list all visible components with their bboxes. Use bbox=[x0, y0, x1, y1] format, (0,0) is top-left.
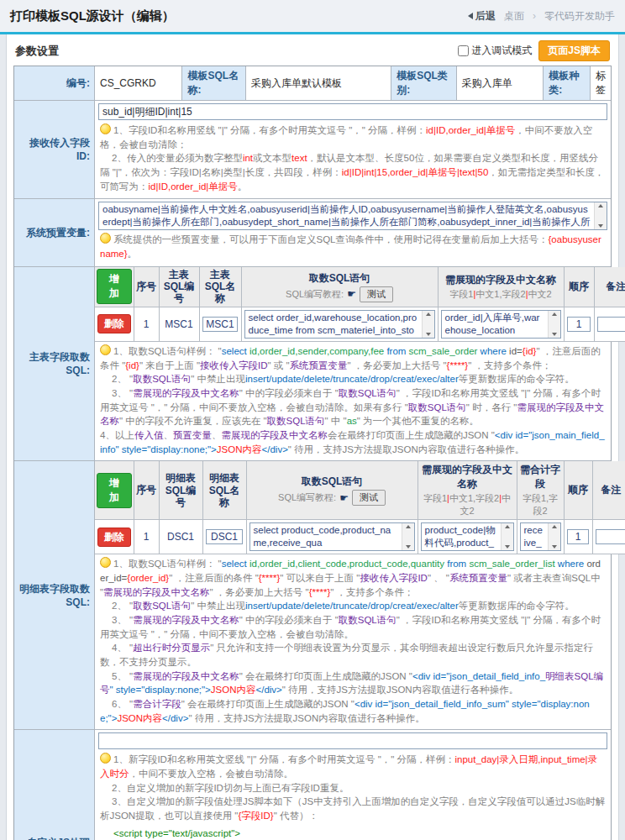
detail-note-input[interactable] bbox=[596, 529, 625, 544]
preset-vars-label: 系统预置变量: bbox=[14, 199, 95, 265]
back-link[interactable]: 后退 bbox=[468, 9, 496, 24]
detail-sql-name-input[interactable] bbox=[206, 529, 242, 544]
scroll-up-icon[interactable] bbox=[552, 312, 557, 316]
template-no-label: 编号: bbox=[14, 66, 95, 100]
detail-col-seq: 序号 bbox=[134, 461, 159, 520]
test-detail-sql-button[interactable]: 测试 bbox=[352, 490, 386, 506]
template-kind-value: 标签 bbox=[590, 66, 611, 100]
detail-row-seq: 1 bbox=[134, 520, 159, 554]
detail-sum-textarea[interactable]: receive_quant bbox=[520, 522, 561, 551]
params-form: 编号: CS_CGRKD 模板SQL名称: 采购入库单默认模板 模板SQL类别:… bbox=[13, 66, 612, 840]
template-sql-name-label: 模板SQL名称: bbox=[181, 66, 245, 100]
textarea-scrollbar[interactable] bbox=[548, 311, 560, 338]
textarea-scrollbar[interactable] bbox=[548, 523, 560, 550]
scroll-down-icon[interactable] bbox=[505, 545, 510, 549]
scroll-up-icon[interactable] bbox=[598, 204, 603, 207]
delete-main-row-button[interactable]: 删除 bbox=[97, 314, 131, 333]
preset-help: 系统提供的一些预置变量，可以用于下面自定义SQL查询条件中，使用时记得在变量前后… bbox=[98, 231, 607, 263]
receive-fields-value: sub_id|明细ID|int|15 bbox=[102, 105, 192, 119]
main-col-name: 主表 SQL名称 bbox=[199, 267, 241, 307]
breadcrumb: 后退 桌面 › 零代码开发助手 bbox=[468, 9, 615, 24]
main-row-code: MSC1 bbox=[159, 307, 199, 341]
main-row-seq: 1 bbox=[134, 307, 159, 341]
custom-js-row: 自定义JS处理以上信息为新字段: 1、新字段ID和名称用英文竖线 "|" 分隔，… bbox=[14, 729, 611, 840]
detail-col-code: 明细表 SQL编号 bbox=[159, 461, 202, 520]
breadcrumb-app[interactable]: 零代码开发助手 bbox=[544, 9, 615, 24]
scroll-up-icon[interactable] bbox=[505, 525, 510, 528]
main-panel: 参数设置 进入调试模式 页面JS脚本 编号: CS_CGRKD 模板SQL名称:… bbox=[6, 34, 619, 840]
textarea-scrollbar[interactable] bbox=[594, 202, 607, 229]
main-sql-help: 1、取数SQL语句样例： "select id,order_id,sender,… bbox=[95, 342, 611, 460]
template-kind-label: 模板种类: bbox=[543, 66, 590, 100]
receive-help: 1、字段ID和名称用竖线 "|" 分隔，有多个时用英文逗号 "，" 分隔，样例：… bbox=[98, 122, 607, 196]
custom-fields-input[interactable] bbox=[98, 732, 607, 749]
test-main-sql-button[interactable]: 测试 bbox=[360, 286, 393, 302]
tip-bulb-icon bbox=[100, 557, 111, 568]
detail-col-note: 备注 bbox=[592, 461, 625, 520]
main-col-sql: 取数SQL语句 SQL编写教程: ☛ 测试 bbox=[241, 267, 438, 307]
scroll-up-icon[interactable] bbox=[406, 525, 411, 528]
scroll-up-icon[interactable] bbox=[552, 525, 557, 528]
detail-col-sum: 需合计字段 字段1,字段2 bbox=[517, 461, 564, 520]
detail-col-order: 顺序 bbox=[564, 461, 592, 520]
scroll-down-icon[interactable] bbox=[598, 224, 603, 228]
detail-sql-row: 明细表字段取数SQL: 增加 序号 明细表 SQL编号 明细表 SQL名称 取数… bbox=[14, 460, 611, 729]
preset-vars-textarea[interactable]: oabusyname|当前操作人中文姓名,oabusyuserid|当前操作人I… bbox=[98, 202, 607, 230]
main-fields-textarea[interactable]: order_id|入库单号,warehouse_location bbox=[441, 310, 561, 339]
scroll-down-icon[interactable] bbox=[426, 333, 431, 336]
panel-header: 参数设置 进入调试模式 页面JS脚本 bbox=[7, 34, 618, 66]
sql-tutorial-label: SQL编写教程: bbox=[278, 491, 336, 504]
detail-row-code: DSC1 bbox=[159, 520, 202, 554]
main-order-input[interactable] bbox=[567, 317, 591, 332]
back-arrow-icon bbox=[468, 13, 473, 19]
detail-sql-help: 1、取数SQL语句样例： "select id,order_id,client_… bbox=[95, 554, 611, 729]
textarea-scrollbar[interactable] bbox=[501, 523, 513, 550]
delete-detail-row-button[interactable]: 删除 bbox=[97, 528, 131, 547]
detail-sql-table: 增加 序号 明细表 SQL编号 明细表 SQL名称 取数SQL语句 SQL编写教… bbox=[95, 461, 625, 554]
sql-tutorial-icon[interactable]: ☛ bbox=[339, 492, 349, 504]
detail-col-name: 明细表 SQL名称 bbox=[202, 461, 246, 520]
debug-mode-checkbox[interactable] bbox=[458, 45, 469, 56]
scroll-down-icon[interactable] bbox=[406, 545, 411, 549]
main-col-note: 备注 bbox=[594, 267, 625, 307]
script-open-tag: <script type="text/javascript"> bbox=[98, 826, 607, 840]
detail-sql-label: 明细表字段取数SQL: bbox=[14, 461, 95, 729]
receive-fields-input[interactable]: sub_id|明细ID|int|15 bbox=[98, 103, 607, 120]
main-sql-label: 主表字段取数SQL: bbox=[14, 267, 95, 461]
tip-bulb-icon bbox=[100, 344, 111, 355]
main-col-order: 顺序 bbox=[564, 267, 594, 307]
tip-bulb-icon bbox=[100, 753, 111, 764]
add-main-row-button[interactable]: 增加 bbox=[97, 269, 132, 304]
breadcrumb-separator: › bbox=[533, 10, 536, 22]
receive-fields-label: 接收传入字段ID: bbox=[14, 101, 95, 198]
debug-mode-label: 进入调试模式 bbox=[471, 44, 532, 58]
main-note-input[interactable] bbox=[597, 317, 625, 332]
main-sql-name-input[interactable] bbox=[202, 317, 237, 332]
custom-js-help: 1、新字段ID和名称用英文竖线 "|" 分隔，有多个时用英文逗号 "，" 分隔，… bbox=[98, 751, 607, 825]
scroll-down-icon[interactable] bbox=[552, 333, 557, 336]
breadcrumb-desktop[interactable]: 桌面 bbox=[504, 9, 524, 24]
debug-mode-toggle[interactable]: 进入调试模式 bbox=[458, 44, 532, 58]
scroll-down-icon[interactable] bbox=[552, 545, 557, 549]
textarea-scrollbar[interactable] bbox=[422, 311, 434, 338]
custom-js-label: 自定义JS处理以上信息为新字段: bbox=[14, 730, 95, 840]
main-sql-row: 主表字段取数SQL: 增加 序号 主表 SQL编号 主表 SQL名称 取数SQL… bbox=[14, 266, 611, 461]
main-sql-table: 增加 序号 主表 SQL编号 主表 SQL名称 取数SQL语句 SQL编写教程:… bbox=[95, 267, 625, 342]
detail-sql-textarea[interactable]: select product_code,product_name,receive… bbox=[249, 522, 415, 551]
add-detail-row-button[interactable]: 增加 bbox=[97, 473, 132, 508]
template-no-value: CS_CGRKD bbox=[95, 66, 181, 100]
sql-tutorial-icon[interactable]: ☛ bbox=[347, 288, 356, 300]
detail-col-sql: 取数SQL语句 SQL编写教程: ☛ 测试 bbox=[246, 461, 418, 520]
main-sql-textarea[interactable]: select order_id,warehouse_location,produ… bbox=[244, 310, 435, 339]
page-js-button[interactable]: 页面JS脚本 bbox=[538, 40, 610, 61]
textarea-scrollbar[interactable] bbox=[402, 523, 414, 550]
main-col-code: 主表 SQL编号 bbox=[159, 267, 199, 307]
detail-fields-textarea[interactable]: product_code|物料代码,product_name|物 bbox=[421, 522, 514, 551]
tip-bulb-icon bbox=[100, 123, 111, 134]
template-sql-type-label: 模板SQL类别: bbox=[391, 66, 456, 100]
top-header: 打印模板SQL源设计（编辑） 后退 桌面 › 零代码开发助手 bbox=[0, 0, 625, 32]
section-title: 参数设置 bbox=[15, 44, 59, 59]
main-table-row: 删除 1 MSC1 select order_id,warehouse_loca… bbox=[95, 307, 625, 341]
scroll-up-icon[interactable] bbox=[426, 312, 431, 316]
detail-order-input[interactable] bbox=[567, 529, 590, 544]
